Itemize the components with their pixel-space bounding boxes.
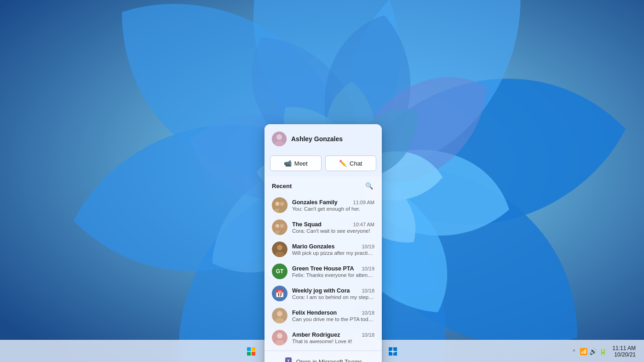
conversation-name: Felix Henderson [292, 310, 337, 316]
conversation-time: 10/19 [362, 244, 374, 249]
recent-header: Recent 🔍 [264, 177, 382, 194]
avatar [272, 308, 288, 323]
chat-icon: ✏️ [339, 160, 347, 167]
conversation-content: Weekly jog with Cora 10/18 Cora: I am so… [292, 287, 374, 300]
avatar [272, 241, 288, 257]
svg-rect-25 [247, 347, 251, 351]
svg-text:🛍: 🛍 [391, 350, 395, 354]
conversation-time: 10:47 AM [353, 222, 374, 227]
chat-button[interactable]: ✏️ Chat [325, 155, 377, 171]
conversation-item[interactable]: The Squad 10:47 AM Cora: Can't wait to s… [266, 216, 380, 238]
conversation-name: Amber Rodriguez [292, 332, 340, 338]
chat-label: Chat [350, 160, 362, 167]
wifi-icon: 📶 [580, 348, 587, 355]
conversation-content: Green Tree House PTA 10/19 Felix: Thanks… [292, 265, 374, 278]
svg-text:T: T [287, 359, 290, 362]
meet-icon: 📹 [284, 160, 292, 167]
svg-point-2 [276, 134, 282, 140]
user-name: Ashley Gonzales [291, 135, 343, 143]
recent-label: Recent [272, 183, 292, 190]
date-display: 10/20/21 [614, 351, 636, 358]
open-teams-button[interactable]: T Open in Microsoft Teams [264, 351, 382, 362]
svg-point-5 [276, 202, 280, 206]
svg-point-11 [280, 224, 284, 228]
conversation-item[interactable]: Amber Rodriguez 10/18 That is awesome! L… [266, 327, 380, 349]
conversation-time: 10/18 [362, 310, 374, 316]
conversation-preview: Felix: Thanks everyone for attending tod… [292, 272, 374, 278]
datetime-display[interactable]: 11:11 AM 10/20/21 [610, 344, 638, 359]
svg-point-15 [277, 245, 282, 250]
time-display: 11:11 AM [612, 345, 636, 351]
avatar: 📅 [272, 286, 288, 301]
conversation-preview: You: Can't get enough of her. [292, 206, 374, 212]
conversation-preview: Can you drive me to the PTA today? [292, 316, 374, 322]
svg-point-10 [276, 224, 279, 228]
svg-point-18 [277, 311, 282, 316]
conversation-preview: That is awesome! Love it! [292, 339, 374, 344]
svg-point-21 [277, 333, 282, 339]
conversation-time: 11:09 AM [353, 200, 374, 205]
conversation-name: Gonzales Family [292, 199, 338, 206]
svg-point-6 [280, 202, 284, 206]
avatar [272, 219, 288, 235]
recent-section: Recent 🔍 Gonzales Family [264, 177, 382, 349]
avatar: GT [272, 264, 288, 279]
meet-button[interactable]: 📹 Meet [270, 155, 322, 171]
conversation-name: The Squad [292, 221, 322, 228]
conversation-list: Gonzales Family 11:09 AM You: Can't get … [264, 194, 382, 349]
system-icons[interactable]: 📶 🔊 🔋 [580, 348, 607, 355]
meet-label: Meet [294, 160, 308, 167]
search-button[interactable]: 🔍 [363, 180, 374, 191]
conversation-item[interactable]: 📅 Weekly jog with Cora 10/18 Cora: I am … [266, 282, 380, 305]
chat-panel: Ashley Gonzales 📹 Meet ✏️ Chat Recent 🔍 [264, 124, 382, 362]
user-avatar [272, 132, 287, 146]
sound-icon: 🔊 [589, 348, 597, 355]
conversation-item[interactable]: Gonzales Family 11:09 AM You: Can't get … [266, 194, 380, 216]
conversation-content: Felix Henderson 10/18 Can you drive me t… [292, 310, 374, 322]
svg-rect-26 [252, 347, 255, 351]
conversation-content: The Squad 10:47 AM Cora: Can't wait to s… [292, 221, 374, 234]
avatar [272, 330, 288, 345]
conversation-content: Mario Gonzales 10/19 Will pick up pizza … [292, 243, 374, 256]
conversation-preview: Cora: I am so behind on my step goals. [292, 294, 374, 300]
conversation-time: 10/19 [362, 266, 374, 271]
conversation-time: 10/18 [362, 332, 374, 338]
svg-rect-27 [247, 352, 251, 356]
svg-rect-28 [252, 352, 255, 356]
open-teams-label: Open in Microsoft Teams [296, 358, 362, 362]
conversation-item[interactable]: Mario Gonzales 10/19 Will pick up pizza … [266, 238, 380, 260]
conversation-content: Gonzales Family 11:09 AM You: Can't get … [292, 199, 374, 212]
conversation-content: Amber Rodriguez 10/18 That is awesome! L… [292, 332, 374, 344]
conversation-preview: Will pick up pizza after my practice. [292, 250, 374, 256]
store-button[interactable]: 🛍 [384, 342, 402, 361]
action-buttons: 📹 Meet ✏️ Chat [264, 152, 382, 177]
conversation-item[interactable]: Felix Henderson 10/18 Can you drive me t… [266, 305, 380, 327]
system-tray-expand[interactable]: ^ [571, 347, 577, 356]
conversation-name: Weekly jog with Cora [292, 287, 350, 294]
teams-icon: T [284, 356, 293, 362]
conversation-time: 10/18 [362, 288, 374, 293]
conversation-name: Green Tree House PTA [292, 265, 354, 272]
taskbar-right: ^ 📶 🔊 🔋 11:11 AM 10/20/21 [571, 344, 644, 359]
conversation-preview: Cora: Can't wait to see everyone! [292, 228, 374, 234]
start-button[interactable] [242, 342, 260, 361]
avatar [272, 197, 288, 213]
battery-icon: 🔋 [599, 348, 607, 355]
conversation-name: Mario Gonzales [292, 243, 334, 250]
panel-header: Ashley Gonzales [264, 124, 382, 152]
conversation-item[interactable]: GT Green Tree House PTA 10/19 Felix: Tha… [266, 260, 380, 282]
